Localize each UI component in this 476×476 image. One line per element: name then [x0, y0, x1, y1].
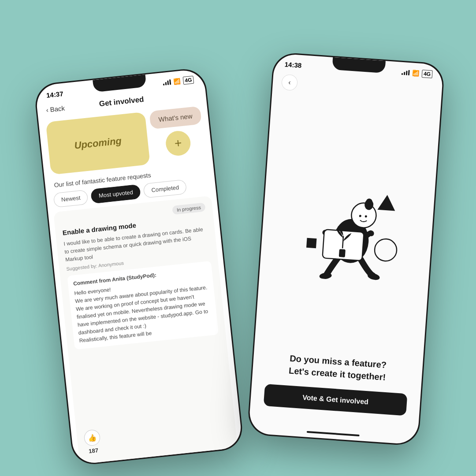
status-icons-right: 📶 4G: [402, 68, 433, 78]
status-icons-left: 📶 4G: [163, 76, 194, 87]
svg-rect-9: [339, 249, 346, 257]
phone-left: 14:37 📶 4G ‹ Back G: [33, 67, 245, 466]
illustration-area: [254, 89, 441, 357]
svg-point-11: [374, 238, 397, 262]
svg-rect-12: [306, 238, 316, 248]
battery-icon-right: 4G: [422, 70, 433, 78]
back-circle-icon: ‹: [288, 78, 291, 86]
wifi-icon: 📶: [173, 78, 181, 85]
vote-get-involved-button[interactable]: Vote & Get involved: [264, 384, 408, 416]
time-right: 14:38: [284, 60, 301, 69]
phone-right-screen: 14:38 📶 4G ‹: [248, 53, 443, 445]
filter-most-upvoted[interactable]: Most upvoted: [90, 184, 141, 204]
person-illustration: [291, 162, 405, 284]
plus-icon: +: [174, 136, 182, 151]
in-progress-badge: In progress: [172, 203, 206, 215]
phone-right: 14:38 📶 4G ‹: [247, 52, 445, 446]
comment-body: Hello everyone! We are very much aware a…: [74, 275, 213, 345]
time-left: 14:37: [46, 89, 63, 99]
cta-area: Do you miss a feature? Let's create it t…: [249, 345, 423, 439]
signal-icon-right: [402, 70, 410, 75]
like-count: 187: [88, 447, 98, 454]
filter-completed[interactable]: Completed: [143, 179, 187, 198]
battery-icon: 4G: [183, 76, 194, 85]
whatsnew-card[interactable]: What's new: [149, 106, 202, 130]
like-area: 👍 187: [83, 429, 102, 454]
like-button[interactable]: 👍: [83, 429, 101, 446]
feature-card[interactable]: In progress Enable a drawing mode I woul…: [53, 196, 238, 464]
page-title: Get involved: [99, 95, 145, 109]
upcoming-card[interactable]: Upcoming: [46, 112, 150, 175]
phone-left-screen: 14:37 📶 4G ‹ Back G: [35, 68, 243, 465]
back-circle-button[interactable]: ‹: [281, 74, 298, 91]
filter-newest[interactable]: Newest: [53, 190, 89, 208]
upcoming-label: Upcoming: [74, 135, 122, 152]
back-chevron-icon: ‹: [46, 106, 49, 113]
whatsnew-label: What's new: [158, 112, 193, 123]
svg-marker-10: [377, 194, 396, 211]
cards-right: What's new +: [149, 106, 205, 164]
back-button[interactable]: ‹ Back: [46, 104, 65, 113]
add-card-button[interactable]: +: [164, 130, 192, 157]
wifi-icon-right: 📶: [412, 70, 420, 77]
cta-text: Do you miss a feature? Let's create it t…: [288, 352, 387, 383]
back-label: Back: [50, 104, 65, 113]
signal-icon: [163, 79, 171, 86]
comment-box: Comment from Anita (StudyPod): Hello eve…: [67, 261, 219, 350]
